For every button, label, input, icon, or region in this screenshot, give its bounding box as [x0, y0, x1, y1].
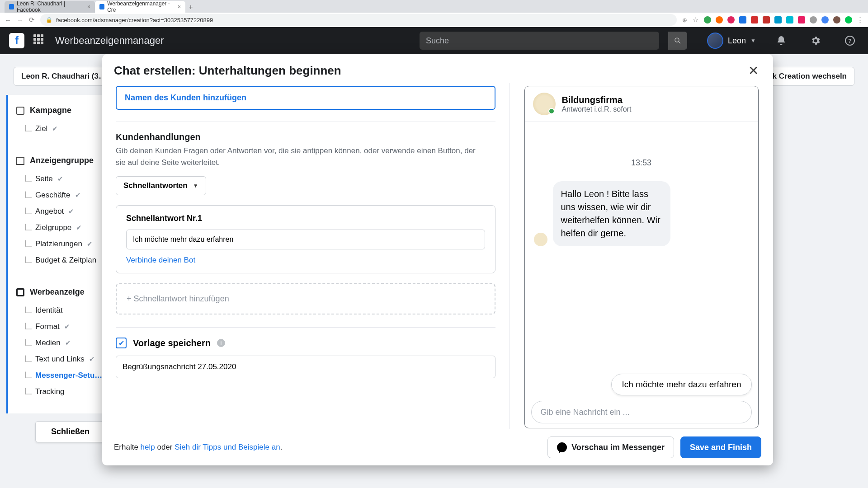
search-icon[interactable] [668, 32, 687, 50]
extension-icon[interactable] [727, 16, 735, 23]
svg-line-1 [679, 42, 680, 43]
close-icon[interactable]: ✕ [745, 62, 761, 79]
divider [116, 327, 495, 328]
save-template-row: ✔ Vorlage speichern i [116, 338, 495, 348]
quick-reply-chip[interactable]: Ich möchte mehr dazu erfahren [611, 374, 751, 395]
message-bubble: Hallo Leon ! Bitte lass uns wissen, wie … [553, 181, 670, 246]
preview-body: 13:53 Hallo Leon ! Bitte lass uns wissen… [525, 122, 758, 428]
extension-icon[interactable] [786, 16, 793, 23]
modal-header: Chat erstellen: Unterhaltungen beginnen … [102, 54, 773, 83]
nav-title: Werbeanzeige [30, 287, 85, 297]
help-link[interactable]: help [141, 443, 155, 451]
save-template-checkbox[interactable]: ✔ [116, 338, 127, 348]
search-input[interactable]: Suche [420, 32, 659, 50]
address-bar: ← → ⟳ 🔒 facebook.com/adsmanager/creation… [0, 13, 868, 27]
template-name-input[interactable] [116, 356, 495, 378]
url-text: facebook.com/adsmanager/creation?act=303… [56, 17, 213, 23]
close-icon[interactable]: × [178, 4, 181, 10]
modal-body: Namen des Kunden hinzufügen Kundenhandlu… [102, 83, 773, 429]
tab-title: Werbeanzeigenmanager - Cre [107, 0, 175, 13]
extension-icon[interactable] [774, 16, 782, 23]
check-icon: ✔ [52, 125, 58, 133]
chevron-down-icon: ▼ [750, 38, 756, 44]
user-menu[interactable]: Leon ▼ [707, 33, 756, 49]
favicon-icon [9, 4, 14, 9]
switch-label: …ck Creation wechseln [760, 72, 847, 80]
extension-icon[interactable] [845, 16, 852, 23]
left-panel: Namen des Kunden hinzufügen Kundenhandlu… [102, 83, 509, 429]
nav-title: Kampagne [30, 106, 71, 115]
campaign-icon [16, 107, 24, 115]
preview-messenger-button[interactable]: Vorschau im Messenger [547, 436, 674, 458]
user-name: Leon [728, 36, 746, 46]
quick-reply-input[interactable] [126, 230, 485, 249]
add-quick-reply-button[interactable]: + Schnellantwort hinzufügen [116, 283, 495, 314]
nav-label: Platzierungen [35, 239, 82, 249]
connect-bot-link[interactable]: Verbinde deinen Bot [126, 256, 485, 265]
message-row: Hallo Leon ! Bitte lass uns wissen, wie … [534, 181, 749, 246]
close-label: Schließen [51, 427, 90, 436]
check-icon: ✔ [65, 339, 71, 347]
nav-label: Angebot [35, 207, 64, 216]
star-icon[interactable]: ☆ [693, 16, 698, 24]
fb-header: f Werbeanzeigenmanager Suche Leon ▼ ? [0, 27, 868, 54]
settings-icon[interactable] [807, 32, 825, 50]
extension-icon[interactable] [739, 16, 746, 23]
check-icon: ✔ [76, 224, 82, 232]
add-customer-name-button[interactable]: Namen des Kunden hinzufügen [116, 86, 495, 110]
menu-icon[interactable]: ⋮ [857, 16, 863, 24]
reload-icon[interactable]: ⟳ [29, 16, 35, 24]
check-icon: ✔ [64, 323, 70, 331]
timestamp: 13:53 [534, 158, 749, 168]
extension-icon[interactable] [763, 16, 770, 23]
quick-reply-heading: Schnellantwort Nr.1 [126, 214, 485, 223]
nav-label: Seite [35, 174, 53, 183]
tips-link[interactable]: Sieh dir Tipps und Beispiele an [175, 443, 280, 451]
close-icon[interactable]: × [87, 4, 90, 10]
extension-icon[interactable] [821, 16, 829, 23]
nav-label: Ziel [35, 124, 47, 133]
help-icon[interactable]: ? [841, 32, 859, 50]
modal-footer: Erhalte help oder Sieh dir Tipps und Bei… [102, 429, 773, 465]
url-input[interactable]: 🔒 facebook.com/adsmanager/creation?act=3… [40, 14, 677, 26]
back-icon[interactable]: ← [5, 16, 11, 24]
info-icon[interactable]: i [217, 339, 225, 347]
zoom-icon[interactable]: ⊕ [682, 17, 687, 23]
section-title: Kundenhandlungen [116, 132, 495, 142]
compose-input[interactable]: Gib eine Nachricht ein ... [531, 401, 752, 423]
save-and-finish-button[interactable]: Save and Finish [680, 436, 761, 458]
close-button[interactable]: Schließen [35, 421, 105, 442]
extension-icons: ⋮ [704, 16, 863, 24]
reply-type-dropdown[interactable]: Schnellantworten ▼ [116, 176, 206, 195]
quick-reply-1: Schnellantwort Nr.1 Verbinde deinen Bot [116, 205, 495, 273]
extension-icon[interactable] [704, 16, 711, 23]
divider [116, 122, 495, 122]
extension-icon[interactable] [810, 16, 817, 23]
extension-icon[interactable] [798, 16, 805, 23]
nav-label: Budget & Zeitplan [35, 256, 96, 265]
lock-icon: 🔒 [46, 17, 52, 23]
forward-icon[interactable]: → [17, 16, 24, 24]
online-dot-icon [548, 108, 555, 114]
new-tab-button[interactable]: + [185, 2, 196, 13]
notifications-icon[interactable] [772, 32, 790, 50]
browser-tab-1[interactable]: Werbeanzeigenmanager - Cre × [95, 1, 185, 13]
browser-tab-0[interactable]: Leon R. Chaudhari | Facebook × [5, 1, 95, 13]
avatar [707, 33, 723, 49]
extension-icon[interactable] [751, 16, 758, 23]
messenger-preview: Bildungsfirma Antwortet i.d.R. sofort 13… [524, 86, 759, 428]
search-placeholder: Suche [426, 36, 449, 46]
account-selector[interactable]: Leon R. Chaudhari (3… [14, 67, 114, 86]
help-prefix: Erhalte [114, 443, 141, 451]
facebook-logo-icon[interactable]: f [9, 33, 24, 48]
brand-name: Bildungsfirma [562, 95, 632, 105]
nav-title: Anzeigengruppe [30, 156, 94, 165]
extension-icon[interactable] [833, 16, 840, 23]
apps-grid-icon[interactable] [33, 34, 46, 47]
preview-btn-label: Vorschau im Messenger [571, 443, 665, 452]
svg-text:?: ? [848, 38, 852, 44]
extension-icon[interactable] [716, 16, 723, 23]
browser-chrome: Leon R. Chaudhari | Facebook × Werbeanze… [0, 0, 868, 27]
tab-bar: Leon R. Chaudhari | Facebook × Werbeanze… [0, 0, 868, 13]
adset-icon [16, 157, 24, 165]
